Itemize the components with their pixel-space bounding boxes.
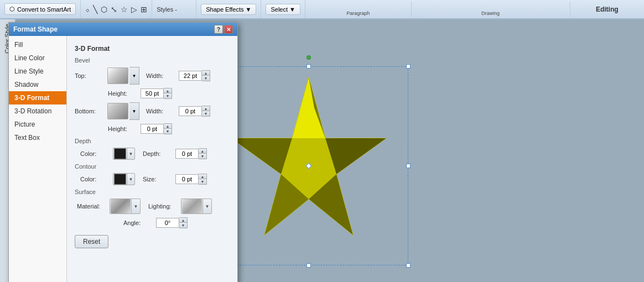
angle-down[interactable]: ▼ — [179, 223, 187, 228]
angle-input[interactable] — [156, 218, 179, 228]
handle-top-center[interactable] — [307, 64, 311, 69]
top-width-down[interactable]: ▼ — [202, 76, 210, 81]
width-label-bottom: Width: — [146, 108, 176, 114]
draw-tool-icon[interactable]: ⬦ — [85, 5, 90, 14]
handle-bottom-center[interactable] — [307, 263, 311, 268]
contour-section-title: Contour — [75, 163, 230, 170]
draw-tool7-icon[interactable]: ⊞ — [141, 5, 147, 14]
convert-smartart-button[interactable]: ⬡ Convert to SmartArt — [4, 3, 76, 15]
select-group: Select ▼ — [261, 0, 305, 18]
bottom-bevel-btn[interactable]: ▼ — [107, 102, 139, 120]
sidebar-item-3d-rotation[interactable]: 3-D Rotation — [9, 105, 66, 118]
handle-rotate[interactable] — [307, 55, 311, 60]
depth-spinner: ▲ ▼ — [175, 148, 207, 159]
dialog-content: 3-D Format Bevel Top: ▼ Width: ▲ — [67, 36, 237, 282]
top-width-spinner: ▲ ▼ — [179, 70, 210, 81]
sidebar-item-line-color[interactable]: Line Color — [9, 51, 66, 65]
bottom-height-down[interactable]: ▼ — [164, 129, 172, 134]
handle-bottom-right[interactable] — [406, 263, 411, 268]
reset-button[interactable]: Reset — [75, 235, 108, 248]
depth-color-label: Color: — [80, 150, 111, 157]
top-width-input[interactable] — [179, 71, 202, 81]
depth-color-button[interactable]: ▼ — [113, 148, 135, 160]
top-height-down[interactable]: ▼ — [164, 93, 172, 98]
contour-color-button[interactable]: ▼ — [113, 173, 135, 185]
top-height-spinner: ▲ ▼ — [141, 88, 172, 99]
dialog-body: Fill Line Color Line Style Shadow 3-D Fo… — [9, 36, 237, 282]
contour-size-label: Size: — [143, 176, 173, 182]
angle-row: Angle: ▲ ▼ — [123, 217, 230, 228]
top-height-row: Height: ▲ ▼ — [108, 88, 230, 99]
top-bevel-btn[interactable]: ▼ — [107, 67, 139, 85]
top-bevel-preview — [107, 67, 128, 84]
styles-label: Styles - — [157, 6, 177, 13]
sidebar-item-fill[interactable]: Fill — [9, 38, 66, 51]
dialog-sidebar: Fill Line Color Line Style Shadow 3-D Fo… — [9, 36, 67, 282]
drawing-tools-group: ⬦ ╲ ⬡ ⤡ ☆ ▷ ⊞ — [81, 0, 152, 18]
depth-color-swatch — [114, 148, 126, 159]
top-height-up[interactable]: ▲ — [164, 88, 172, 93]
angle-label: Angle: — [123, 220, 154, 226]
contour-size-input[interactable] — [175, 174, 199, 184]
angle-spinner-btns: ▲ ▼ — [179, 217, 188, 228]
draw-tool3-icon[interactable]: ⬡ — [101, 5, 107, 14]
convert-icon: ⬡ — [9, 6, 15, 13]
bottom-width-input[interactable] — [179, 106, 202, 116]
angle-spinner: ▲ ▼ — [156, 217, 188, 228]
top-bevel-row: Top: ▼ Width: ▲ ▼ — [75, 67, 230, 85]
material-button[interactable]: ▼ — [110, 199, 141, 214]
sidebar-item-line-style[interactable]: Line Style — [9, 65, 66, 78]
sidebar-item-shadow[interactable]: Shadow — [9, 78, 66, 91]
top-height-input[interactable] — [141, 88, 164, 98]
dialog-help-button[interactable]: ? — [214, 25, 223, 34]
contour-color-dropdown[interactable]: ▼ — [127, 174, 134, 185]
top-width-spinner-btns: ▲ ▼ — [202, 70, 210, 81]
depth-label: Depth: — [143, 150, 173, 157]
star-shape-container[interactable] — [209, 66, 408, 265]
bottom-height-row: Height: ▲ ▼ — [108, 123, 230, 134]
draw-tool2-icon[interactable]: ╲ — [93, 5, 97, 14]
content-title: 3-D Format — [75, 45, 230, 53]
material-label: Material: — [77, 203, 107, 210]
sidebar-item-text-box[interactable]: Text Box — [9, 131, 66, 144]
bottom-width-down[interactable]: ▼ — [202, 111, 210, 116]
handle-middle-right[interactable] — [406, 164, 411, 168]
bottom-bevel-dropdown[interactable]: ▼ — [129, 102, 139, 120]
depth-input[interactable] — [175, 149, 199, 159]
shape-effects-button[interactable]: Shape Effects ▼ — [201, 4, 256, 15]
paragraph-label: Paragraph — [346, 11, 370, 16]
select-button[interactable]: Select ▼ — [266, 4, 300, 15]
contour-color-swatch — [114, 174, 126, 185]
angle-up[interactable]: ▲ — [179, 218, 187, 223]
top-bevel-dropdown[interactable]: ▼ — [129, 67, 139, 85]
lighting-button[interactable]: ▼ — [181, 199, 212, 214]
sidebar-item-picture[interactable]: Picture — [9, 118, 66, 131]
bottom-width-up[interactable]: ▲ — [202, 106, 210, 111]
draw-tool4-icon[interactable]: ⤡ — [111, 5, 117, 14]
handle-top-right[interactable] — [406, 64, 411, 69]
top-label: Top: — [75, 72, 105, 79]
draw-tool5-icon[interactable]: ☆ — [121, 5, 128, 14]
lighting-dropdown[interactable]: ▼ — [202, 199, 211, 213]
depth-down[interactable]: ▼ — [199, 154, 206, 159]
depth-color-dropdown[interactable]: ▼ — [127, 148, 134, 159]
bottom-height-input[interactable] — [141, 124, 164, 134]
dialog-close-button[interactable]: ✕ — [224, 25, 233, 34]
width-label-top: Width: — [146, 72, 176, 79]
bottom-height-spinner-btns: ▲ ▼ — [164, 123, 172, 134]
bottom-label: Bottom: — [75, 108, 105, 114]
material-dropdown[interactable]: ▼ — [131, 199, 140, 213]
contour-size-spinner: ▲ ▼ — [175, 174, 207, 185]
depth-spinner-btns: ▲ ▼ — [199, 148, 207, 159]
depth-up[interactable]: ▲ — [199, 149, 206, 154]
bottom-height-up[interactable]: ▲ — [164, 124, 172, 129]
contour-size-down[interactable]: ▼ — [199, 179, 206, 184]
reset-row: Reset — [75, 235, 230, 248]
contour-size-up[interactable]: ▲ — [199, 174, 206, 179]
sidebar-item-3d-format[interactable]: 3-D Format — [9, 91, 66, 105]
ribbon: ⬡ Convert to SmartArt ⬦ ╲ ⬡ ⤡ ☆ ▷ ⊞ Styl… — [0, 0, 644, 19]
top-width-up[interactable]: ▲ — [202, 71, 210, 76]
shape-effects-group: Shape Effects ▼ — [196, 0, 261, 18]
dialog-title: Format Shape — [13, 25, 58, 33]
draw-tool6-icon[interactable]: ▷ — [131, 5, 137, 14]
